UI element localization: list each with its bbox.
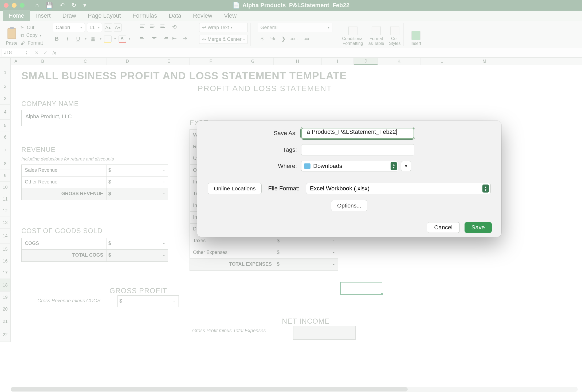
file-format-select[interactable]: Excel Workbook (.xlsx) ▲▼ [306, 183, 491, 194]
tab-page-layout[interactable]: Page Layout [82, 10, 127, 21]
row-header-5[interactable]: 5 [0, 120, 11, 131]
where-select[interactable]: Downloads ▲▼ [301, 161, 398, 171]
net-income-cell[interactable] [293, 326, 356, 340]
borders-button[interactable]: ▦ [89, 35, 97, 43]
tab-data[interactable]: Data [163, 10, 187, 21]
options-button[interactable]: Options... [331, 200, 367, 211]
redo-icon[interactable]: ↻ [72, 2, 76, 9]
row-header-15[interactable]: 15 [0, 244, 11, 255]
row-header-18[interactable]: 18 [0, 279, 11, 292]
merge-center-button[interactable]: ⇔Merge & Center▾ [199, 35, 248, 44]
save-as-input[interactable]: ıa Products_P&LStatement_Feb22 [301, 128, 414, 139]
orientation-button[interactable]: ⟲ [171, 23, 179, 31]
table-row[interactable]: Other Expenses$- [190, 247, 338, 259]
decrease-indent-button[interactable]: ⇤ [171, 34, 179, 42]
row-header-1[interactable]: 1 [0, 65, 11, 80]
tab-home[interactable]: Home [3, 10, 30, 21]
column-header-E[interactable]: E [148, 58, 190, 65]
minimize-window-button[interactable] [12, 3, 17, 8]
conditional-formatting-button[interactable]: Conditional Formatting [342, 23, 364, 46]
table-row[interactable]: TOTAL EXPENSES$- [190, 259, 338, 271]
align-right-button[interactable] [160, 34, 168, 41]
bold-button[interactable]: B [53, 35, 61, 43]
table-row[interactable]: Taxes$- [190, 235, 338, 247]
row-header-20[interactable]: 20 [0, 303, 11, 315]
increase-decimal-button[interactable]: .00→ [290, 35, 299, 43]
increase-font-button[interactable]: A▴ [104, 23, 112, 32]
format-as-table-button[interactable]: Format as Table [368, 23, 384, 46]
column-header-H[interactable]: H [274, 58, 322, 65]
column-header-F[interactable]: F [190, 58, 232, 65]
row-header-13[interactable]: 13 [0, 217, 11, 229]
column-header-B[interactable]: B [21, 58, 64, 65]
row-header-22[interactable]: 22 [0, 328, 11, 342]
tab-insert[interactable]: Insert [30, 10, 57, 21]
font-size-select[interactable]: 11 [87, 23, 102, 32]
column-header-L[interactable]: L [420, 58, 463, 65]
row-header-6[interactable]: 6 [0, 131, 11, 143]
company-name-value[interactable]: Alpha Product, LLC [21, 110, 172, 126]
column-header-K[interactable]: K [378, 58, 420, 65]
italic-button[interactable]: I [64, 35, 72, 43]
align-top-button[interactable] [140, 23, 148, 29]
row-header-19[interactable]: 19 [0, 292, 11, 303]
table-row[interactable]: Other Revenue$- [22, 177, 168, 188]
table-row[interactable]: COGS$- [22, 238, 168, 250]
tab-view[interactable]: View [218, 10, 242, 21]
align-center-button[interactable] [150, 34, 158, 41]
align-left-button[interactable] [140, 34, 148, 41]
cell-styles-button[interactable]: Cell Styles [389, 23, 401, 46]
cancel-button[interactable]: Cancel [427, 222, 459, 233]
save-icon[interactable]: 💾 [46, 2, 53, 9]
font-name-select[interactable]: Calibri [53, 23, 85, 32]
online-locations-button[interactable]: Online Locations [208, 183, 262, 194]
cancel-formula-icon[interactable]: ✕ [35, 50, 39, 56]
tab-formulas[interactable]: Formulas [127, 10, 163, 21]
table-row[interactable]: Sales Revenue$- [22, 165, 168, 177]
name-box[interactable]: J18 ▲▼ [2, 49, 30, 57]
row-header-16[interactable]: 16 [0, 255, 11, 267]
tags-input[interactable] [301, 144, 414, 155]
align-middle-button[interactable] [150, 23, 158, 29]
decrease-decimal-button[interactable]: ←.00 [300, 35, 309, 43]
zoom-window-button[interactable] [20, 3, 25, 8]
save-button[interactable]: Save [465, 222, 492, 233]
accept-formula-icon[interactable]: ✓ [44, 50, 48, 56]
expand-dialog-button[interactable]: ▼ [401, 161, 411, 171]
column-header-C[interactable]: C [64, 58, 107, 65]
select-all-corner[interactable] [0, 58, 11, 65]
comma-button[interactable]: ❯ [279, 35, 288, 43]
row-header-12[interactable]: 12 [0, 205, 11, 217]
tab-draw[interactable]: Draw [57, 10, 82, 21]
row-header-2[interactable]: 2 [0, 80, 11, 93]
home-icon[interactable]: ⌂ [35, 2, 39, 9]
row-header-9[interactable]: 9 [0, 170, 11, 182]
paste-button[interactable]: Paste [6, 23, 17, 46]
row-header-10[interactable]: 10 [0, 182, 11, 193]
column-header-A[interactable]: A [11, 58, 21, 65]
format-painter-button[interactable]: 🖌Format [21, 40, 43, 46]
fx-label[interactable]: fx [52, 50, 56, 56]
currency-button[interactable]: $ [258, 35, 267, 43]
row-header-14[interactable]: 14 [0, 229, 11, 244]
fill-color-button[interactable] [104, 36, 112, 42]
underline-button[interactable]: U [74, 35, 82, 43]
copy-button[interactable]: ⧉Copy▾ [21, 33, 43, 38]
row-header-7[interactable]: 7 [0, 143, 11, 158]
gross-profit-cell[interactable]: $ - [117, 295, 179, 307]
scrollbar-thumb[interactable] [11, 387, 408, 391]
row-header-17[interactable]: 17 [0, 267, 11, 279]
row-header-21[interactable]: 21 [0, 315, 11, 328]
decrease-font-button[interactable]: A▾ [114, 23, 122, 32]
close-window-button[interactable] [4, 3, 9, 8]
column-header-D[interactable]: D [107, 58, 148, 65]
row-header-11[interactable]: 11 [0, 193, 11, 205]
cut-button[interactable]: ✂Cut [21, 25, 43, 30]
undo-icon[interactable]: ↶ [60, 2, 65, 9]
align-bottom-button[interactable] [160, 23, 168, 29]
column-header-M[interactable]: M [463, 58, 506, 65]
row-header-8[interactable]: 8 [0, 158, 11, 170]
wrap-text-button[interactable]: ↩Wrap Text▾ [199, 23, 248, 32]
column-header-J[interactable]: J [354, 58, 378, 65]
table-row[interactable]: TOTAL COGS$- [22, 250, 168, 261]
